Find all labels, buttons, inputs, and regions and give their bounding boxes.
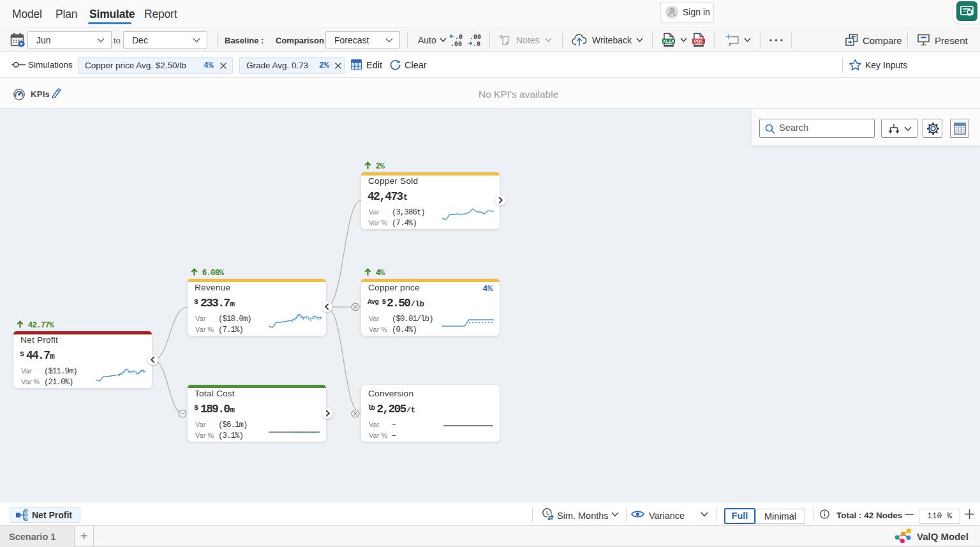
svg-text:.00: .00 [450,41,462,47]
svg-text:.00: .00 [470,34,481,41]
svg-text:XLSX: XLSX [663,39,674,43]
svg-text:.0: .0 [473,41,480,47]
svg-text:.0: .0 [455,34,463,41]
svg-text:PDF: PDF [694,38,704,44]
